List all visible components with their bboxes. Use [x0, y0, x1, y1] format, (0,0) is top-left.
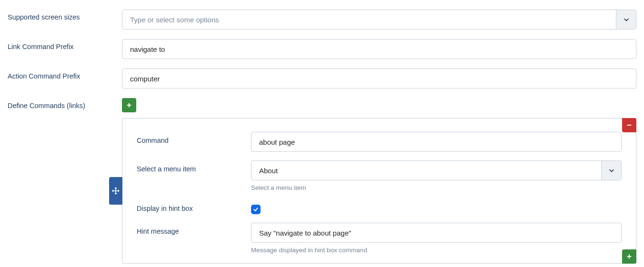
- screen-sizes-placeholder: Type or select some options: [122, 16, 616, 24]
- command-card: Command Select a menu item About Select …: [122, 118, 636, 264]
- chevron-down-icon[interactable]: [601, 161, 621, 180]
- hint-message-input[interactable]: [251, 223, 622, 243]
- define-commands-label: Define Commands (links): [8, 98, 122, 109]
- menu-item-select[interactable]: About: [251, 160, 622, 180]
- menu-item-label: Select a menu item: [137, 160, 251, 173]
- remove-command-button[interactable]: [622, 118, 636, 132]
- action-prefix-label: Action Command Prefix: [8, 69, 122, 80]
- hint-message-label: Hint message: [137, 223, 251, 235]
- display-hint-checkbox[interactable]: [251, 205, 261, 214]
- chevron-down-icon[interactable]: [616, 10, 636, 29]
- screen-sizes-label: Supported screen sizes: [8, 10, 122, 21]
- link-prefix-label: Link Command Prefix: [8, 39, 122, 50]
- action-prefix-input[interactable]: [122, 69, 636, 89]
- command-label: Command: [137, 132, 251, 144]
- add-command-button[interactable]: [122, 98, 136, 112]
- screen-sizes-select[interactable]: Type or select some options: [122, 10, 636, 30]
- menu-item-value: About: [252, 167, 601, 175]
- hint-message-help: Message displayed in hint box command: [251, 247, 622, 254]
- display-hint-label: Display in hint box: [137, 200, 251, 212]
- add-command-below-button[interactable]: [622, 249, 636, 264]
- link-prefix-input[interactable]: [122, 39, 636, 59]
- drag-handle[interactable]: [109, 177, 122, 205]
- menu-item-help: Select a menu item: [251, 184, 622, 191]
- command-input[interactable]: [251, 132, 622, 152]
